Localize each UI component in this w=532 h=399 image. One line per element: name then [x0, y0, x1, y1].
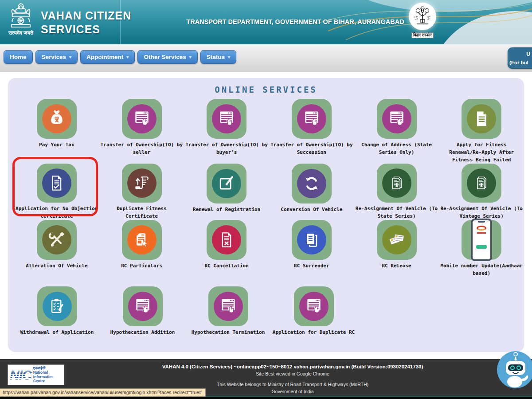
status-bar-url: https://vahan.parivahan.gov.in/vahanserv… [0, 388, 206, 397]
nav-other-services[interactable]: Other Services▾ [137, 50, 197, 64]
service-rc-cancellation[interactable]: RC Cancellation [184, 220, 269, 286]
services-row-3: Alteration Of VehicleRC ParticularsRC Ca… [14, 220, 524, 286]
service-label: Renewal of Registration [184, 206, 269, 213]
nic-caption: एनआईसी National Informatics Centre [33, 366, 54, 383]
service-tile [122, 99, 162, 139]
footer-morth-line: This Website belongs to Ministry of Road… [53, 382, 532, 387]
emblem-of-india: सत्यमेव जयते [6, 2, 35, 36]
bihar-logo-circle: 卐 卐 [409, 3, 436, 30]
service-re-assignment-of-vehicle-to-vintage-series[interactable]: Re-Assignment Of Vehicle (To Vintage Ser… [439, 164, 524, 220]
edit-square-icon [212, 169, 241, 198]
caret-down-icon: ▾ [228, 55, 230, 59]
service-withdrawal-of-application[interactable]: Withdrawal of Application [14, 286, 100, 348]
services-row-4: Withdrawal of ApplicationHypothecation A… [14, 286, 524, 348]
browser-hand-icon [212, 104, 241, 133]
service-label: Alteration Of Vehicle [14, 262, 99, 270]
service-rc-particulars[interactable]: RC Particulars [99, 220, 184, 286]
service-tile [207, 99, 246, 139]
service-label: Transfer of Ownership(TO) by Succession [269, 141, 354, 156]
nav-home[interactable]: Home [4, 50, 33, 64]
service-alteration-of-vehicle[interactable]: Alteration Of Vehicle [14, 220, 99, 286]
motto-text: सत्यमेव जयते [6, 30, 35, 36]
service-duplicate-fitness-certificate[interactable]: Duplicate Fitness Certificate [99, 164, 184, 220]
nav-label: Other Services [144, 54, 186, 60]
service-transfer-of-ownership-to-by-succession[interactable]: Transfer of Ownership(TO) by Succession [269, 99, 354, 164]
service-label: Re-Assignment Of Vehicle (To Vintage Ser… [439, 205, 524, 220]
service-tile [292, 164, 332, 203]
bulk-upload-line1: U [508, 50, 532, 59]
service-tile [294, 286, 334, 326]
nav-label: Appointment [86, 54, 123, 60]
services-row-1: Pay Your TaxTransfer of Ownership(TO) by… [14, 99, 524, 164]
docs-stamp-icon [382, 168, 411, 198]
service-rc-surrender[interactable]: RC Surrender [269, 220, 354, 286]
service-transfer-of-ownership-to-by-seller[interactable]: Transfer of Ownership(TO) by seller [99, 99, 184, 164]
service-label: Hypothecation Addition [100, 329, 185, 336]
document-icon [467, 104, 496, 133]
service-label: RC Cancellation [184, 262, 269, 270]
caret-down-icon: ▾ [189, 55, 192, 59]
nav-label: Home [10, 54, 27, 60]
aadhaar-logo [477, 226, 486, 231]
service-tile [462, 220, 501, 260]
service-tile [37, 164, 77, 203]
bulk-upload-button[interactable]: U (For bul [508, 47, 532, 69]
phone-notch [478, 221, 485, 223]
caret-down-icon: ▾ [69, 55, 71, 59]
doc-x-icon [212, 225, 241, 254]
service-application-for-duplicate-rc[interactable]: Application for Duplicate RC [271, 286, 356, 348]
service-label: Withdrawal of Application [14, 329, 100, 336]
nav-label: Services [42, 54, 66, 60]
service-label: Re-Assignment Of Vehicle (To State Serie… [354, 205, 439, 220]
service-tile [207, 164, 246, 203]
clipboard-icon [43, 292, 72, 321]
service-label: Mobile number Update(Aadhaar based) [439, 262, 524, 277]
svg-text:卐: 卐 [415, 16, 418, 20]
service-hypothecation-addition[interactable]: Hypothecation Addition [100, 286, 185, 348]
nav-status[interactable]: Status▾ [200, 50, 236, 64]
service-label: RC Particulars [99, 262, 184, 270]
browser-hand-icon [214, 292, 243, 321]
site-title-line2: SERVICES [41, 23, 131, 36]
service-tile [37, 286, 77, 326]
service-label: Application for No Objection Certificate [14, 205, 99, 220]
service-label: Conversion Of Vehicle [269, 206, 354, 213]
chatbot-icon[interactable] [497, 351, 532, 389]
nav-label: Status [207, 54, 225, 60]
service-tile [462, 99, 501, 139]
service-label: RC Release [354, 262, 439, 270]
page-header: सत्यमेव जयते VAHAN CITIZEN SERVICES TRAN… [0, 0, 532, 44]
service-tile [123, 286, 163, 326]
service-pay-your-tax[interactable]: Pay Your Tax [14, 99, 99, 164]
nav-services[interactable]: Services▾ [35, 50, 78, 64]
bihar-logo-caption: बिहार सरकार [411, 32, 434, 38]
document-check-icon [42, 168, 71, 198]
browser-hand-icon [128, 292, 157, 321]
service-tile [208, 286, 248, 326]
nav-appointment[interactable]: Appointment▾ [80, 50, 135, 64]
svg-text:卐: 卐 [427, 16, 430, 20]
service-label: Hypothecation Termination [185, 329, 271, 336]
service-renewal-of-registration[interactable]: Renewal of Registration [184, 164, 269, 220]
service-transfer-of-ownership-to-by-buyer-s[interactable]: Transfer of Ownership(TO) by buyer's [184, 99, 269, 164]
service-conversion-of-vehicle[interactable]: Conversion Of Vehicle [269, 164, 354, 220]
service-label: RC Surrender [269, 262, 354, 270]
service-rc-release[interactable]: RC Release [354, 220, 439, 286]
service-re-assignment-of-vehicle-to-state-series[interactable]: Re-Assignment Of Vehicle (To State Serie… [354, 164, 439, 220]
service-apply-for-fitness-renewal-re-apply-after-fitness-being-failed[interactable]: Apply for Fitness Renewal/Re-Apply After… [439, 99, 524, 164]
service-mobile-number-update-aadhaar-based[interactable]: Mobile number Update(Aadhaar based) [439, 220, 524, 286]
docs-stack-icon [297, 225, 326, 254]
service-change-of-address-state-series-only[interactable]: Change of Address (State Series Only) [354, 99, 439, 164]
phone-green-button [476, 245, 487, 249]
nic-letters-icon: NIC [10, 368, 31, 382]
vahan-citizen-services-page: सत्यमेव जयते VAHAN CITIZEN SERVICES TRAN… [0, 0, 532, 399]
phone-icon [471, 219, 492, 261]
service-label: Transfer of Ownership(TO) by buyer's [184, 141, 269, 156]
service-application-for-no-objection-certificate[interactable]: Application for No Objection Certificate [14, 164, 99, 220]
service-hypothecation-termination[interactable]: Hypothecation Termination [185, 286, 271, 348]
service-tile [462, 164, 501, 203]
scroll-up-icon [127, 168, 156, 198]
emblem-of-india-icon [8, 2, 34, 29]
service-tile [292, 99, 332, 139]
nav-bar: HomeServices▾Appointment▾Other Services▾… [4, 50, 236, 64]
